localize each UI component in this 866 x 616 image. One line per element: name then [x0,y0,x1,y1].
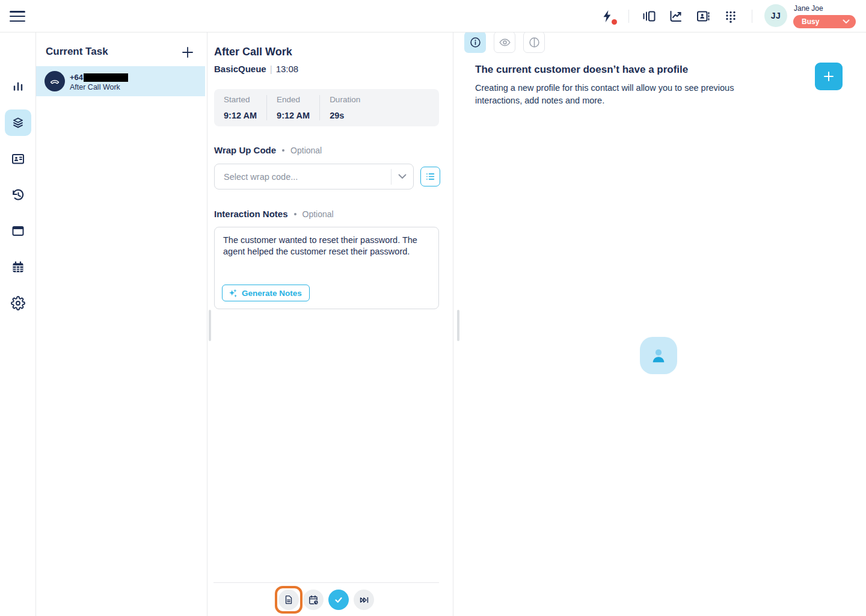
interaction-notes-label: Interaction Notes Optional [214,209,334,219]
stat-label: Ended [277,95,310,104]
bulleted-list-icon [425,171,436,182]
nav-history[interactable] [5,182,31,208]
phone-number-redaction [84,73,128,82]
check-icon [333,594,345,606]
scrollbar-thumb[interactable] [209,310,211,341]
optional-tag: Optional [302,209,334,219]
notification-dot [612,19,617,25]
phone-ended-icon [49,75,61,87]
interaction-notes-input[interactable]: The customer wanted to reset their passw… [214,227,439,309]
user-name: Jane Joe [794,4,823,13]
task-timer: 13:08 [276,64,299,74]
task-panel-title: Current Task [46,46,108,58]
dot-separator [294,213,296,215]
scrollbar-thumb[interactable] [457,310,459,341]
dialpad-icon[interactable] [723,9,738,23]
layers-icon [11,116,25,130]
stat-duration: Duration 29s [319,95,370,120]
nav-calendar[interactable] [5,254,31,280]
contact-card-icon [11,152,25,166]
generate-notes-button[interactable]: Generate Notes [222,285,310,301]
detail-subtitle: BasicQueue|13:08 [214,64,298,74]
stat-label: Started [224,95,257,104]
task-status: After Call Work [70,83,120,91]
history-icon [11,188,25,202]
select-placeholder: Select wrap code... [224,172,391,182]
call-avatar [45,71,65,91]
skip-next-action-button[interactable] [354,590,374,610]
task-detail-panel: After Call Work BasicQueue|13:08 Started… [207,32,453,616]
settings-gear-icon [11,296,25,310]
chevron-down-icon [843,19,850,24]
split-circle-icon [528,36,541,49]
add-task-button[interactable] [180,45,195,60]
browser-window-icon [11,224,25,238]
queue-name: BasicQueue [214,64,266,74]
tab-compare[interactable] [523,31,545,53]
customer-profile-panel: The current customer doesn’t have a prof… [453,32,866,616]
stat-value: 29s [330,111,360,120]
subtitle-separator: | [270,64,272,74]
user-avatar[interactable]: JJ [764,4,787,27]
person-icon [648,345,669,366]
tab-preview[interactable] [494,31,515,53]
hamburger-menu-icon[interactable] [10,8,26,24]
call-stats-box: Started 9:12 AM Ended 9:12 AM Duration 2… [214,89,439,126]
interaction-notes-value: The customer wanted to reset their passw… [223,235,432,257]
no-profile-heading: The current customer doesn’t have a prof… [475,64,688,76]
document-icon [283,594,294,605]
task-list-panel: Current Task +64 After Call Work [36,32,207,616]
divider [752,10,752,23]
profile-avatar-placeholder [640,337,677,374]
stat-value: 9:12 AM [224,111,257,120]
agent-status-dropdown[interactable]: Busy [793,15,856,28]
quick-actions-lightning-icon[interactable] [600,9,615,23]
skip-forward-icon [358,594,370,606]
wrap-up-code-select[interactable]: Select wrap code... [214,164,414,189]
analytics-chart-icon[interactable] [669,9,683,23]
stat-ended: Ended 9:12 AM [266,95,319,120]
no-profile-description: Creating a new profile for this contact … [475,82,758,107]
divider [628,10,629,23]
interaction-notes-label-text: Interaction Notes [214,209,288,219]
stat-started: Started 9:12 AM [214,95,266,120]
detail-title: After Call Work [214,46,292,58]
wrap-up-code-label: Wrap Up Code Optional [214,145,322,155]
nav-contacts[interactable] [5,146,31,172]
notes-document-action-button[interactable] [278,590,299,610]
dot-separator [282,149,284,152]
nav-settings[interactable] [5,290,31,316]
optional-tag: Optional [290,146,322,155]
wrap-up-code-list-button[interactable] [420,167,440,186]
plus-icon [821,69,836,84]
chevron-down-icon [398,174,407,179]
nav-tasks[interactable] [5,109,31,136]
sparkles-ai-icon [228,288,238,298]
stat-label: Duration [330,95,360,104]
left-nav-rail [0,32,36,616]
tab-profile-info[interactable] [464,31,486,53]
info-icon [469,36,482,49]
schedule-callback-action-button[interactable] [303,590,324,610]
agent-status-label: Busy [802,17,843,26]
contact-card-icon[interactable] [696,9,710,23]
nav-browser[interactable] [5,218,31,244]
calendar-clock-icon [308,594,319,606]
create-profile-button[interactable] [815,63,843,90]
panels-layout-icon[interactable] [642,9,656,23]
plus-icon [180,45,195,60]
task-phone-prefix: +64 [70,73,83,82]
stat-value: 9:12 AM [277,111,310,120]
calendar-icon [11,260,25,274]
generate-notes-label: Generate Notes [242,289,302,298]
bar-chart-icon [11,79,25,94]
top-bar: JJ Jane Joe Busy [0,0,866,32]
agent-workspace: JJ Jane Joe Busy [0,0,866,616]
complete-task-button[interactable] [328,590,349,610]
nav-metrics[interactable] [5,73,31,100]
eye-icon [499,36,511,49]
divider [213,582,439,583]
task-row-after-call-work[interactable]: +64 After Call Work [36,66,205,96]
wrap-up-code-label-text: Wrap Up Code [214,145,276,155]
